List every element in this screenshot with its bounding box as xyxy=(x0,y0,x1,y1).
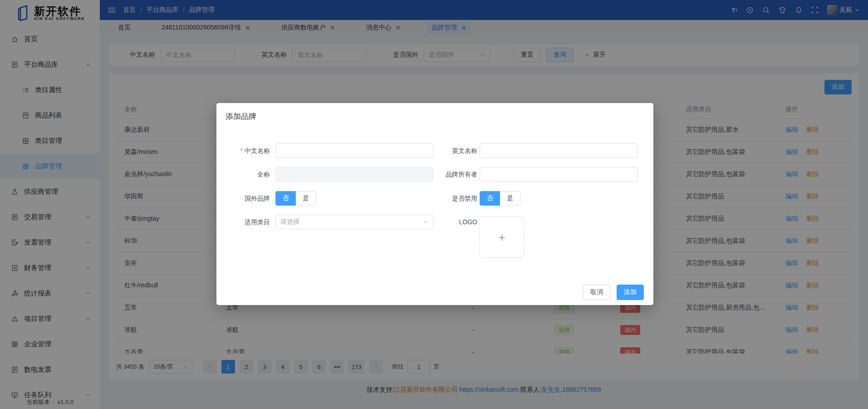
en-name-label: 英文名称 xyxy=(398,143,477,158)
cancel-button[interactable]: 取消 xyxy=(583,285,610,300)
cn-name-label: 中文名称 xyxy=(220,143,270,158)
logo-label: LOGO xyxy=(398,215,477,229)
disabled-yes-option[interactable]: 是 xyxy=(500,191,520,206)
disabled-no-option[interactable]: 否 xyxy=(480,191,500,206)
logo-upload-box[interactable]: ＋ xyxy=(480,216,524,258)
disabled-toggle: 否 是 xyxy=(480,191,520,206)
category-label: 适用类目 xyxy=(220,215,270,229)
full-name-label: 全称 xyxy=(220,167,270,182)
foreign-no-option[interactable]: 否 xyxy=(275,191,296,206)
foreign-brand-toggle: 否 是 xyxy=(275,191,316,206)
foreign-yes-option[interactable]: 是 xyxy=(296,191,316,206)
brand-owner-input[interactable] xyxy=(480,167,638,182)
disabled-label: 是否禁用 xyxy=(398,191,477,206)
brand-owner-label: 品牌所有者 xyxy=(398,167,477,182)
dialog-title: 添加品牌 xyxy=(226,111,256,122)
add-brand-dialog: 添加品牌 中文名称 英文名称 全称 品牌所有者 国外品牌 否 是 是否禁用 否 … xyxy=(216,103,653,305)
en-name-input[interactable] xyxy=(480,143,638,158)
select-placeholder: 请选择 xyxy=(280,218,299,226)
plus-icon: ＋ xyxy=(496,229,508,245)
foreign-brand-label: 国外品牌 xyxy=(220,191,270,206)
confirm-add-button[interactable]: 添加 xyxy=(617,285,644,300)
